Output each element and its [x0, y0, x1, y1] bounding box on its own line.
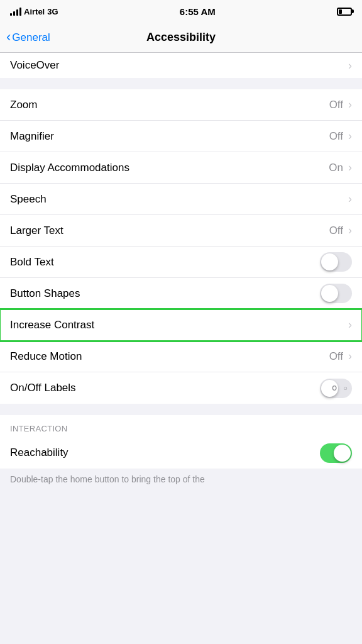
zoom-right: Off ›: [329, 98, 352, 111]
magnifier-right: Off ›: [329, 130, 352, 143]
on-off-labels-toggle[interactable]: ○: [320, 379, 352, 398]
on-off-labels-row[interactable]: On/Off Labels ○: [0, 372, 362, 404]
reachability-footer: Double-tap the home button to bring the …: [0, 469, 362, 495]
on-off-labels-right: ○: [320, 379, 352, 398]
battery-fill: [339, 9, 342, 14]
bold-text-toggle[interactable]: [320, 252, 352, 272]
magnifier-label: Magnifier: [10, 130, 329, 143]
reachability-row[interactable]: Reachability: [0, 437, 362, 469]
bold-text-right: [320, 252, 352, 272]
zoom-value: Off: [329, 99, 343, 111]
display-accommodations-row[interactable]: Display Accommodations On ›: [0, 152, 362, 184]
larger-text-row[interactable]: Larger Text Off ›: [0, 215, 362, 247]
reachability-label: Reachability: [10, 447, 320, 459]
display-accommodations-label: Display Accommodations: [10, 162, 329, 174]
reduce-motion-label: Reduce Motion: [10, 350, 329, 363]
button-shapes-right: [320, 284, 352, 303]
carrier-label: Airtel: [24, 7, 45, 16]
reachability-right: [320, 443, 352, 463]
voiceover-label: VoiceOver: [10, 59, 343, 72]
status-bar: Airtel 3G 6:55 AM: [0, 0, 362, 23]
increase-contrast-label: Increase Contrast: [10, 319, 346, 331]
vision-top-group: VoiceOver ›: [0, 53, 362, 78]
bold-text-label: Bold Text: [10, 256, 320, 269]
increase-contrast-right: ›: [346, 318, 352, 331]
button-shapes-label: Button Shapes: [10, 287, 320, 300]
magnifier-row[interactable]: Magnifier Off ›: [0, 121, 362, 152]
bold-text-row[interactable]: Bold Text: [0, 247, 362, 278]
magnifier-chevron-icon: ›: [348, 130, 352, 143]
display-accommodations-right: On ›: [329, 161, 352, 174]
reduce-motion-chevron-icon: ›: [348, 350, 352, 363]
larger-text-right: Off ›: [329, 224, 352, 237]
speech-chevron-icon: ›: [348, 192, 352, 206]
button-shapes-toggle-thumb: [321, 285, 338, 302]
display-accommodations-value: On: [329, 162, 343, 174]
increase-contrast-row[interactable]: Increase Contrast ›: [0, 309, 362, 341]
reachability-toggle[interactable]: [320, 443, 352, 463]
status-left: Airtel 3G: [10, 7, 58, 16]
back-label: General: [12, 31, 50, 44]
reduce-motion-right: Off ›: [329, 350, 352, 363]
zoom-label: Zoom: [10, 99, 329, 111]
larger-text-value: Off: [329, 225, 343, 237]
increase-contrast-chevron-icon: ›: [348, 318, 352, 331]
button-shapes-row[interactable]: Button Shapes: [0, 278, 362, 309]
status-time: 6:55 AM: [180, 6, 216, 17]
on-off-labels-toggle-thumb: [321, 380, 338, 397]
speech-row[interactable]: Speech ›: [0, 184, 362, 215]
on-off-labels-label: On/Off Labels: [10, 382, 320, 394]
reachability-footer-text: Double-tap the home button to bring the …: [10, 474, 205, 484]
magnifier-value: Off: [329, 130, 343, 143]
battery-icon: [337, 8, 352, 16]
larger-text-chevron-icon: ›: [348, 224, 352, 237]
nav-bar: ‹ General Accessibility: [0, 23, 362, 53]
reachability-toggle-thumb: [334, 445, 351, 462]
interaction-group: INTERACTION Reachability: [0, 415, 362, 469]
reduce-motion-row[interactable]: Reduce Motion Off ›: [0, 341, 362, 372]
voiceover-right: ›: [343, 59, 352, 72]
interaction-section-header: INTERACTION: [0, 415, 362, 437]
voiceover-row[interactable]: VoiceOver ›: [0, 53, 362, 78]
back-chevron-icon: ‹: [6, 30, 11, 44]
status-right: [337, 8, 352, 16]
voiceover-chevron-icon: ›: [348, 59, 352, 72]
vision-group: Zoom Off › Magnifier Off › Display Accom…: [0, 89, 362, 404]
back-button[interactable]: ‹ General: [6, 31, 50, 44]
bold-text-toggle-thumb: [321, 253, 338, 270]
signal-bars-icon: [10, 7, 21, 16]
larger-text-label: Larger Text: [10, 225, 329, 237]
settings-section: VoiceOver › Zoom Off › Magnifier Off › D…: [0, 53, 362, 495]
page-title: Accessibility: [146, 31, 216, 44]
speech-right: ›: [346, 192, 352, 206]
zoom-chevron-icon: ›: [348, 98, 352, 111]
on-off-o-label: ○: [343, 384, 348, 392]
display-accommodations-chevron-icon: ›: [348, 161, 352, 174]
network-label: 3G: [47, 7, 58, 16]
reduce-motion-value: Off: [329, 350, 343, 363]
speech-label: Speech: [10, 193, 346, 206]
button-shapes-toggle[interactable]: [320, 284, 352, 303]
zoom-row[interactable]: Zoom Off ›: [0, 89, 362, 121]
